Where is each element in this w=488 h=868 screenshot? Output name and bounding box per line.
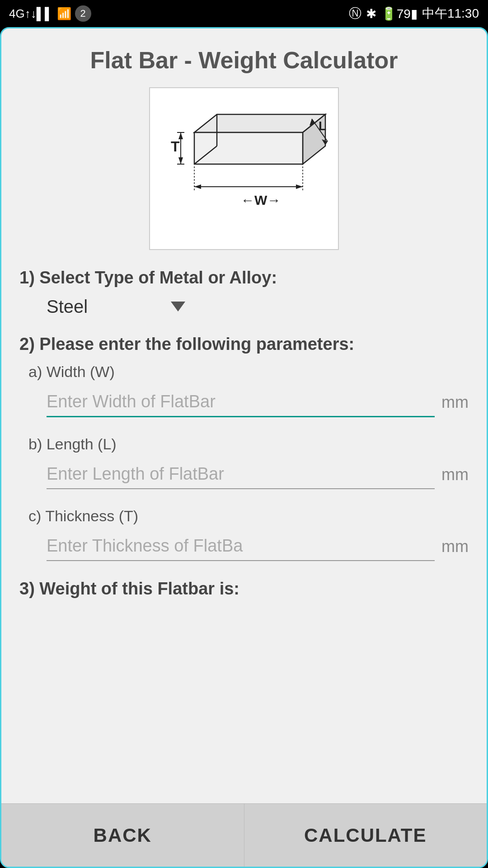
width-input[interactable] [47, 387, 435, 417]
thickness-input[interactable] [47, 532, 435, 561]
calculate-button[interactable]: CALCULATE [244, 803, 487, 867]
status-right: Ⓝ ✱ 🔋79▮ 中午11:30 [349, 5, 479, 22]
notification-badge: 2 [75, 5, 91, 22]
width-input-row: mm [19, 387, 469, 417]
wifi-icon: 📶 [57, 7, 71, 21]
svg-text:←W→: ←W→ [241, 193, 281, 208]
metal-type-dropdown-container[interactable]: Steel Aluminum Copper Brass Stainless St… [19, 297, 469, 316]
length-input-row: mm [19, 460, 469, 489]
status-left: 4G↑↓▌▌ 📶 2 [9, 5, 91, 22]
battery-indicator: 🔋79▮ [381, 6, 418, 21]
status-bar: 4G↑↓▌▌ 📶 2 Ⓝ ✱ 🔋79▮ 中午11:30 [0, 0, 488, 27]
nfc-icon: Ⓝ [349, 5, 361, 22]
section2-label: 2) Please enter the following parameters… [19, 335, 469, 354]
flatbar-diagram: T L ←W→ [149, 87, 339, 250]
bluetooth-icon: ✱ [366, 6, 376, 21]
metal-type-select[interactable]: Steel Aluminum Copper Brass Stainless St… [47, 297, 184, 316]
width-sublabel: a) Width (W) [19, 363, 469, 381]
thickness-unit-label: mm [441, 537, 469, 556]
length-unit-label: mm [441, 465, 469, 484]
page-title: Flat Bar - Weight Calculator [19, 47, 469, 74]
scroll-area[interactable]: Flat Bar - Weight Calculator T [1, 28, 487, 803]
button-row: BACK CALCULATE [1, 803, 487, 867]
length-sublabel: b) Length (L) [19, 435, 469, 453]
result-section-label: 3) Weight of this Flatbar is: [19, 579, 469, 599]
svg-marker-7 [178, 157, 183, 164]
main-container: Flat Bar - Weight Calculator T [0, 27, 488, 868]
svg-text:T: T [171, 138, 180, 155]
thickness-input-row: mm [19, 532, 469, 561]
thickness-sublabel: c) Thickness (T) [19, 507, 469, 525]
back-button[interactable]: BACK [1, 803, 244, 867]
width-unit-label: mm [441, 393, 469, 412]
svg-text:L: L [319, 119, 326, 133]
svg-marker-17 [296, 184, 303, 189]
section1-label: 1) Select Type of Metal or Alloy: [19, 268, 469, 288]
signal-icon: 4G↑↓▌▌ [9, 7, 53, 21]
time-display: 中午11:30 [422, 5, 479, 22]
length-input[interactable] [47, 460, 435, 489]
svg-marker-16 [194, 184, 201, 189]
svg-marker-2 [194, 132, 303, 164]
